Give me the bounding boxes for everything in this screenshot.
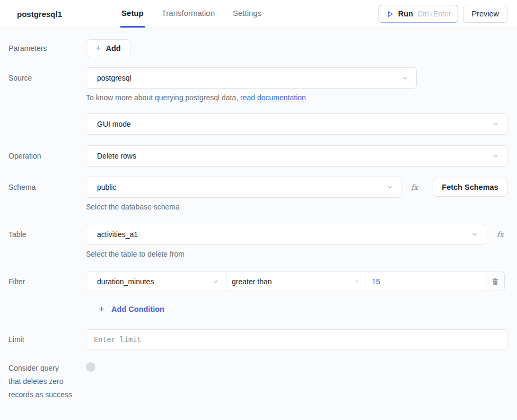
filter-value-cell bbox=[365, 272, 486, 291]
add-condition-label: Add Condition bbox=[111, 305, 164, 313]
fx-icon[interactable]: fx bbox=[497, 230, 504, 239]
table-helper-text: Select the table to delete from bbox=[86, 249, 507, 259]
chevron-down-icon bbox=[386, 183, 393, 191]
consider-success-toggle[interactable] bbox=[86, 362, 95, 372]
source-helper-text: To know more about querying postgresql d… bbox=[86, 92, 507, 103]
fx-icon[interactable]: fx bbox=[411, 183, 418, 191]
add-condition-button[interactable]: + Add Condition bbox=[99, 304, 164, 314]
add-parameter-button[interactable]: + Add bbox=[86, 39, 130, 57]
chevron-down-icon bbox=[354, 278, 360, 284]
tab-setup[interactable]: Setup bbox=[120, 0, 145, 28]
filter-column-select[interactable]: duration_minutes bbox=[86, 272, 226, 291]
setup-panel: Parameters + Add Source postgresql To kn… bbox=[0, 39, 517, 401]
query-name[interactable]: postgresql1 bbox=[17, 10, 62, 19]
plus-icon: + bbox=[99, 304, 104, 314]
trash-icon bbox=[491, 277, 500, 286]
schema-select[interactable]: public bbox=[86, 177, 401, 198]
table-select-value: activities_a1 bbox=[97, 230, 471, 239]
query-editor-header: postgresql1 Setup Transformation Setting… bbox=[0, 0, 517, 28]
preview-button[interactable]: Preview bbox=[463, 5, 507, 23]
parameters-label: Parameters bbox=[8, 39, 86, 54]
tab-transformation[interactable]: Transformation bbox=[161, 0, 216, 28]
editor-tabs: Setup Transformation Settings bbox=[120, 0, 262, 28]
chevron-down-icon bbox=[471, 231, 478, 238]
table-label: Table bbox=[8, 224, 86, 240]
filter-operator-value: greater than bbox=[232, 277, 354, 286]
source-select[interactable]: postgresql bbox=[86, 67, 417, 89]
schema-label: Schema bbox=[8, 177, 86, 192]
tab-settings[interactable]: Settings bbox=[232, 0, 262, 28]
chevron-down-icon bbox=[401, 74, 409, 82]
fetch-schemas-button[interactable]: Fetch Schemas bbox=[433, 178, 507, 197]
filter-operator-select[interactable]: greater than bbox=[226, 272, 365, 291]
operation-select[interactable]: Delete rows bbox=[86, 145, 507, 167]
add-parameter-label: Add bbox=[106, 44, 121, 52]
consider-success-label: Consider query that deletes zero records… bbox=[8, 362, 72, 401]
schema-select-value: public bbox=[97, 183, 386, 191]
run-shortcut: Ctrl+Enter bbox=[417, 10, 451, 18]
operation-label: Operation bbox=[8, 145, 86, 161]
limit-input[interactable] bbox=[86, 329, 507, 349]
source-select-value: postgresql bbox=[97, 74, 401, 82]
filter-column-value: duration_minutes bbox=[97, 277, 212, 286]
mode-select[interactable]: GUI mode bbox=[86, 113, 507, 135]
run-button[interactable]: Run Ctrl+Enter bbox=[379, 5, 459, 23]
chevron-down-icon bbox=[492, 120, 500, 128]
source-label: Source bbox=[8, 67, 86, 83]
schema-helper-text: Select the database schema bbox=[86, 202, 507, 212]
filter-label: Filter bbox=[8, 272, 86, 287]
run-button-label: Run bbox=[398, 10, 413, 18]
operation-select-value: Delete rows bbox=[97, 152, 492, 160]
mode-select-value: GUI mode bbox=[97, 120, 492, 128]
read-documentation-link[interactable]: read documentation bbox=[240, 93, 306, 102]
chevron-down-icon bbox=[492, 152, 500, 160]
limit-label: Limit bbox=[8, 329, 86, 345]
filter-condition-row: duration_minutes greater than bbox=[86, 272, 505, 291]
chevron-down-icon bbox=[212, 278, 220, 285]
plus-icon: + bbox=[95, 43, 101, 53]
delete-condition-button[interactable] bbox=[486, 272, 505, 291]
filter-value-input[interactable] bbox=[365, 272, 486, 291]
play-icon bbox=[386, 10, 394, 18]
table-select[interactable]: activities_a1 bbox=[86, 224, 486, 245]
source-helper-prefix: To know more about querying postgresql d… bbox=[86, 93, 240, 102]
header-actions: Run Ctrl+Enter Preview bbox=[379, 5, 517, 23]
